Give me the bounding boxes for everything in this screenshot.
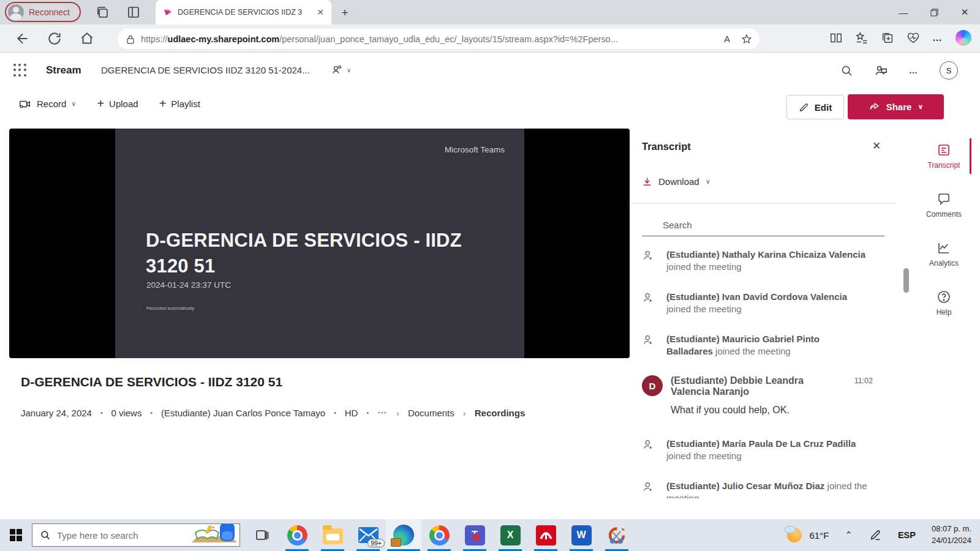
- address-bar[interactable]: https://udlaec-my.sharepoint.com/persona…: [118, 29, 760, 49]
- tray-expand-icon[interactable]: ⌃: [845, 530, 853, 541]
- taskbar-file-explorer[interactable]: [315, 519, 350, 551]
- transcript-search-input[interactable]: [642, 214, 884, 236]
- taskbar-clock[interactable]: 08:07 p. m. 24/01/2024: [932, 523, 971, 547]
- transcript-entry[interactable]: (Estudiante) Nathaly Karina Chicaiza Val…: [642, 249, 869, 272]
- video-owner[interactable]: (Estudiante) Juan Carlos Ponce Tamayo: [161, 408, 325, 418]
- taskbar-excel[interactable]: X: [492, 519, 528, 551]
- taskbar-teams[interactable]: T: [457, 519, 492, 551]
- task-view-button[interactable]: [244, 519, 279, 551]
- taskbar-edge[interactable]: [386, 519, 421, 551]
- plus-icon: +: [97, 97, 104, 111]
- video-player[interactable]: Microsoft Teams D-GERENCIA DE SERVICIOS …: [9, 129, 630, 358]
- feedback-icon[interactable]: [874, 64, 888, 78]
- taskbar-search-input[interactable]: [57, 530, 179, 541]
- pencil-icon: [799, 102, 809, 113]
- share-button[interactable]: Share ∨: [848, 94, 944, 119]
- tab-title: DGERENCIA DE SERVICIOS IIDZ 3: [178, 8, 309, 17]
- app-launcher-icon[interactable]: [13, 64, 27, 77]
- transcript-entry[interactable]: (Estudiante) María Paula De La Cruz Padi…: [642, 438, 869, 462]
- speaker-avatar: D: [642, 375, 663, 396]
- person-add-icon: [642, 334, 654, 346]
- read-aloud-icon[interactable]: A: [724, 34, 730, 44]
- browser-toolbar: https://udlaec-my.sharepoint.com/persona…: [0, 24, 980, 53]
- transcript-entry[interactable]: (Estudiante) Mauricio Gabriel Pinto Ball…: [642, 333, 869, 357]
- new-tab-button[interactable]: +: [337, 5, 353, 21]
- rail-tab-help[interactable]: Help: [908, 285, 980, 321]
- rail-tab-comments[interactable]: Comments: [908, 187, 980, 223]
- settings-ellipsis-icon[interactable]: …: [932, 32, 943, 43]
- teams-watermark: Microsoft Teams: [445, 145, 505, 154]
- playlist-button[interactable]: + Playlist: [159, 97, 200, 111]
- transcript-list: (Estudiante) Nathaly Karina Chicaiza Val…: [642, 242, 881, 498]
- copilot-icon[interactable]: [956, 30, 971, 46]
- taskbar-avira[interactable]: [528, 519, 564, 551]
- taskbar-mail[interactable]: 99+: [350, 519, 386, 551]
- browser-tab[interactable]: DGERENCIA DE SERVICIOS IIDZ 3 ✕: [156, 0, 331, 24]
- favorite-star-icon[interactable]: [741, 34, 752, 45]
- shared-with-icon[interactable]: ∨: [331, 64, 351, 76]
- avira-icon: [536, 525, 556, 545]
- rail-tab-analytics[interactable]: Analytics: [908, 236, 980, 272]
- chrome-icon: [287, 525, 307, 545]
- taskbar-chrome-1[interactable]: [279, 519, 315, 551]
- chevron-down-icon: ∨: [918, 103, 923, 111]
- home-icon[interactable]: [79, 31, 95, 47]
- document-title[interactable]: DGERENCIA DE SERVICIOS IIDZ 3120 51-2024…: [101, 65, 310, 75]
- message-text: What if you could help, OK.: [671, 405, 873, 416]
- breadcrumb-ellipsis[interactable]: ⋯: [377, 407, 388, 418]
- entry-action: joined the meeting: [715, 346, 791, 356]
- taskbar-search[interactable]: [32, 523, 240, 547]
- search-icon[interactable]: [840, 64, 853, 77]
- window-close-button[interactable]: ✕: [949, 0, 980, 24]
- upload-label: Upload: [109, 99, 138, 109]
- windows-logo-icon: [10, 529, 22, 541]
- upload-button[interactable]: + Upload: [97, 97, 138, 111]
- tab-close-icon[interactable]: ✕: [314, 7, 326, 17]
- split-screen-icon[interactable]: [829, 31, 843, 45]
- rail-label: Transcript: [928, 161, 960, 170]
- windows-ink-pen-icon[interactable]: [869, 528, 882, 542]
- taskbar-snip-app[interactable]: [599, 519, 635, 551]
- chevron-down-icon: ∨: [71, 100, 76, 108]
- participant-name: (Estudiante) Ivan David Cordova Valencia: [666, 291, 847, 302]
- transcript-entry[interactable]: (Estudiante) Julio Cesar Muñoz Diaz join…: [642, 480, 869, 498]
- person-add-icon: [642, 249, 654, 261]
- taskbar-word[interactable]: W: [564, 519, 599, 551]
- window-minimize-button[interactable]: —: [888, 0, 919, 24]
- edit-button[interactable]: Edit: [786, 95, 844, 119]
- chevron-down-icon: ∨: [706, 178, 710, 186]
- breadcrumb-documents[interactable]: Documents: [408, 408, 454, 418]
- transcript-message[interactable]: D (Estudiante) Debbie Leandra Valencia N…: [642, 375, 873, 416]
- more-options-icon[interactable]: …: [909, 66, 919, 75]
- record-label: Record: [37, 99, 66, 109]
- participant-name: (Estudiante) Nathaly Karina Chicaiza Val…: [666, 249, 865, 260]
- app-name[interactable]: Stream: [46, 64, 81, 77]
- refresh-icon[interactable]: [47, 31, 62, 47]
- profile-reconnect-button[interactable]: Reconnect: [5, 2, 81, 22]
- quality-badge: HD: [345, 408, 358, 418]
- playlist-label: Playlist: [171, 99, 200, 109]
- transcript-entry[interactable]: (Estudiante) Ivan David Cordova Valencia…: [642, 291, 869, 315]
- analytics-icon: [937, 241, 951, 255]
- chrome-icon: [429, 525, 450, 545]
- collections-icon[interactable]: [881, 31, 894, 45]
- vertical-tabs-icon[interactable]: [126, 5, 141, 20]
- weather-widget[interactable]: 61°F: [785, 526, 829, 544]
- transcript-close-icon[interactable]: ✕: [869, 138, 884, 154]
- favorites-bar-icon[interactable]: [855, 31, 869, 45]
- back-icon[interactable]: [15, 31, 31, 47]
- tool-rail: Transcript Comments Analytics Help: [908, 138, 980, 334]
- teams-icon: T: [465, 525, 485, 545]
- workspaces-icon[interactable]: [95, 5, 110, 20]
- language-indicator[interactable]: ESP: [898, 530, 916, 540]
- taskbar-chrome-2[interactable]: [421, 519, 457, 551]
- search-highlight-illustration: [190, 523, 238, 546]
- window-restore-button[interactable]: [919, 0, 949, 24]
- rail-tab-transcript[interactable]: Transcript: [908, 138, 980, 174]
- transcript-download-button[interactable]: Download ∨: [642, 176, 710, 187]
- record-button[interactable]: Record ∨: [18, 97, 76, 111]
- breadcrumb-recordings[interactable]: Recordings: [475, 408, 526, 418]
- browser-essentials-icon[interactable]: [907, 31, 920, 45]
- start-button[interactable]: [0, 519, 32, 551]
- account-avatar[interactable]: S: [940, 61, 958, 80]
